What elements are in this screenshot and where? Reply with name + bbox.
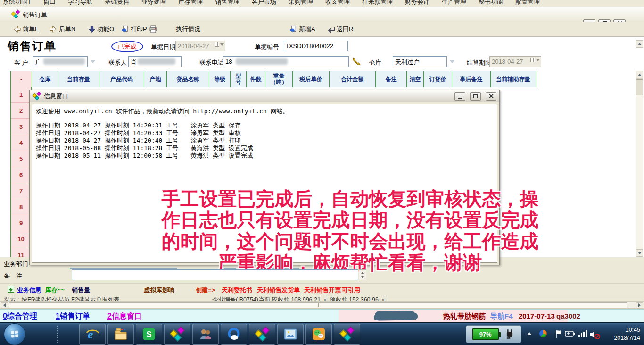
col-remark[interactable]: 备注: [376, 71, 407, 87]
info-minimize-button[interactable]: [454, 92, 465, 101]
scroll-up-button-top[interactable]: [636, 40, 643, 48]
col-post-remark[interactable]: 事后备注: [452, 71, 491, 87]
vertical-scrollbar-thumb[interactable]: [636, 79, 643, 95]
tray-battery-icon[interactable]: [565, 329, 575, 338]
grid-corner-cell[interactable]: -: [11, 71, 32, 87]
term-input[interactable]: 2018-04-27: [489, 56, 541, 67]
action-center-flag-icon[interactable]: [554, 329, 563, 339]
signal-strength-icon[interactable]: [578, 329, 587, 337]
taskbar-photo-viewer-button[interactable]: [277, 324, 304, 345]
col-clear[interactable]: 清空: [407, 71, 424, 87]
calendar-dropdown-icon[interactable]: [215, 42, 224, 47]
create-delivery-link[interactable]: 天利销售发货单: [257, 286, 300, 295]
scroll-left-button[interactable]: [1, 302, 8, 308]
col-weight[interactable]: 重量（吨）: [265, 71, 293, 87]
menu-item-business[interactable]: 业务处理: [141, 0, 166, 6]
remark-input[interactable]: [72, 269, 358, 280]
tab-sales-order[interactable]: 1销售订单: [56, 311, 90, 321]
remark-spinner[interactable]: [359, 269, 366, 280]
menu-item-production[interactable]: 生产管理: [442, 0, 466, 6]
taskbar-contacts-button[interactable]: [192, 324, 219, 345]
menu-item-config[interactable]: 配置管理: [515, 0, 540, 6]
col-pieces[interactable]: 件数: [247, 71, 265, 87]
horizontal-scrollbar-thumb[interactable]: [9, 302, 627, 308]
taskbar-explorer-button[interactable]: [107, 324, 134, 345]
col-warehouse[interactable]: 仓库: [32, 71, 58, 87]
row-number[interactable]: 10: [11, 231, 32, 247]
menu-item-window[interactable]: 窗口: [43, 0, 56, 6]
menu-item-system[interactable]: 系统功能T: [3, 0, 31, 6]
menu-item-inventory[interactable]: 库存管理: [178, 0, 203, 6]
network-sphere-icon[interactable]: [539, 330, 547, 337]
prev-doc-button[interactable]: 前单L: [13, 25, 38, 34]
next-doc-button[interactable]: 后单N: [50, 25, 75, 34]
nav-f4-link[interactable]: 导航F4: [490, 312, 513, 321]
row-number[interactable]: 6: [11, 167, 32, 183]
taskbar-ie-button[interactable]: e: [79, 324, 106, 345]
horizontal-scrollbar[interactable]: [0, 301, 644, 309]
grid-scroll-down-button[interactable]: [636, 249, 643, 257]
row-number[interactable]: 1: [11, 87, 32, 103]
scroll-right-button[interactable]: [636, 302, 643, 308]
menu-item-income-expense[interactable]: 收支管理: [325, 0, 350, 6]
col-goods-name[interactable]: 货品名称: [167, 71, 209, 87]
taskbar-erp-button-2[interactable]: [249, 324, 275, 345]
taskbar-erp-button-1[interactable]: [164, 324, 190, 345]
col-price-after-tax[interactable]: 税后单价: [293, 71, 330, 87]
add-new-button[interactable]: 新增A: [290, 25, 315, 34]
row-number[interactable]: 7: [11, 183, 32, 199]
col-origin[interactable]: 产地: [144, 71, 167, 87]
warehouse-dropdown-icon[interactable]: [450, 60, 454, 63]
menu-item-secretary[interactable]: 秘书功能: [479, 0, 503, 6]
virtual-stock-link[interactable]: 虚拟库影响: [144, 286, 174, 295]
info-close-button[interactable]: [486, 92, 496, 101]
return-button[interactable]: 返回R: [328, 25, 353, 34]
term-calendar-dropdown-icon[interactable]: [530, 58, 540, 62]
print-button[interactable]: 打印P: [122, 25, 157, 34]
business-info-link[interactable]: 业务信息: [17, 286, 41, 295]
row-number[interactable]: 9: [11, 215, 32, 231]
customer-dropdown-icon[interactable]: [91, 60, 95, 63]
menu-item-sales[interactable]: 销售管理: [215, 0, 239, 6]
col-order-price[interactable]: 订货价: [424, 71, 452, 87]
row-number[interactable]: 4: [11, 135, 32, 151]
col-product-code[interactable]: 产品代码: [99, 71, 144, 87]
taskbar-qq-browser-button[interactable]: [221, 324, 247, 345]
tab-info-window[interactable]: 2信息窗口: [107, 311, 142, 321]
col-model[interactable]: 型号: [231, 71, 247, 87]
menu-item-purchase[interactable]: 采购管理: [289, 0, 313, 6]
col-aux-stock[interactable]: 当前辅助存量: [491, 71, 536, 87]
info-restore-button[interactable]: [470, 92, 481, 101]
row-number[interactable]: 5: [11, 151, 32, 167]
exec-status-button[interactable]: 执行情况: [176, 25, 200, 34]
grid-scroll-up-button[interactable]: [636, 71, 643, 78]
row-number[interactable]: 8: [11, 199, 32, 215]
referable-link[interactable]: 可引用: [342, 286, 360, 295]
menu-item-accounts[interactable]: 往来款管理: [362, 0, 393, 6]
taskbar-wechat-button[interactable]: [305, 324, 332, 345]
menu-item-customer-market[interactable]: 客户市场: [252, 0, 276, 6]
info-window-titlebar[interactable]: 信息窗口: [30, 90, 499, 102]
col-current-stock[interactable]: 当前存量: [58, 71, 99, 87]
doc-no-input[interactable]: TXSDD18040022: [283, 41, 348, 51]
functions-button[interactable]: 功能O: [89, 25, 114, 34]
menu-item-learning-nav[interactable]: 学习导航: [68, 0, 92, 6]
taskbar-s-app-button[interactable]: S: [136, 324, 162, 345]
warehouse-input[interactable]: 天利过户: [393, 56, 447, 67]
menu-item-finance[interactable]: 财务会计: [405, 0, 429, 6]
col-grade[interactable]: 等级: [209, 71, 231, 87]
row-number[interactable]: 3: [11, 119, 32, 135]
child-window-titlebar[interactable]: 销售订单: [0, 7, 644, 22]
tab-main-management[interactable]: 0综合管理: [3, 311, 37, 321]
hidden-icons-arrow[interactable]: [527, 332, 532, 335]
menu-item-base-data[interactable]: 基础资料: [105, 0, 129, 6]
create-delegation-link[interactable]: 天利委托书: [222, 286, 252, 295]
taskbar-erp-button-3[interactable]: [334, 324, 360, 345]
sales-qty-link[interactable]: 销售量: [72, 286, 90, 295]
volume-muted-icon[interactable]: [589, 329, 601, 340]
col-total-amount[interactable]: 合计金额: [330, 71, 376, 87]
taskbar-grip[interactable]: [56, 326, 62, 343]
start-button[interactable]: [4, 323, 25, 345]
doc-date-input[interactable]: 2018-04-27: [175, 41, 225, 51]
tray-clock[interactable]: 10:45 2018/7/14: [614, 326, 640, 342]
